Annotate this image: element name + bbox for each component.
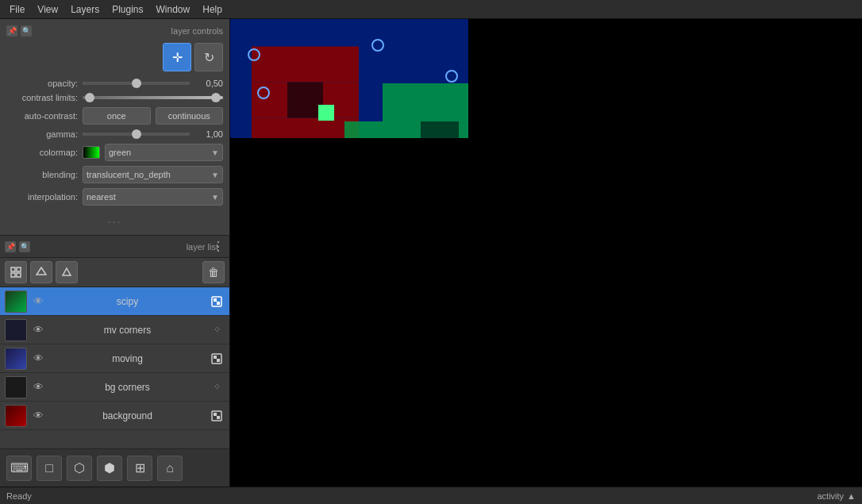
- layer-list-header: 📌 🔍 layer list ⋮: [0, 236, 229, 258]
- canvas-area[interactable]: [230, 19, 862, 487]
- svg-rect-2: [11, 273, 15, 277]
- menu-window[interactable]: Window: [150, 2, 197, 17]
- layer-thumb-bg-corners: [5, 376, 27, 398]
- gamma-value: 1,00: [194, 129, 223, 139]
- auto-contrast-once-btn[interactable]: once: [83, 107, 151, 125]
- home-btn[interactable]: ⌂: [157, 456, 183, 481]
- layer-name-bg-corners: bg corners: [49, 382, 206, 393]
- layer-eye-mv-corners[interactable]: 👁: [30, 322, 46, 338]
- layer-toolbar: 🗑: [0, 258, 229, 287]
- gamma-slider[interactable]: [83, 133, 190, 136]
- interpolation-value: nearest: [87, 192, 116, 202]
- layer-controls-section: 📌 🔍 layer controls ✛ ↻ opacity: 0,50: [0, 19, 229, 236]
- activity-btn[interactable]: activity ▲: [817, 491, 856, 501]
- layer-list-section: 📌 🔍 layer list ⋮: [0, 236, 229, 487]
- main-canvas[interactable]: [230, 19, 468, 138]
- layer-type-mv-corners: ⁘: [209, 322, 225, 338]
- svg-rect-1: [17, 267, 21, 271]
- layer-search-icon[interactable]: 🔍: [19, 241, 30, 252]
- gamma-thumb[interactable]: [132, 129, 141, 139]
- colormap-row: colormap: green ▼: [0, 141, 229, 164]
- layer-eye-background[interactable]: 👁: [30, 408, 46, 424]
- section-icons: 📌 🔍: [6, 25, 32, 37]
- blending-value: translucent_no_depth: [87, 170, 171, 179]
- menu-layers[interactable]: Layers: [64, 2, 106, 17]
- polygon-select-tool[interactable]: [30, 261, 52, 283]
- grid-btn[interactable]: ⊞: [127, 456, 152, 481]
- layer-name-mv-corners: mv corners: [49, 325, 206, 336]
- menu-view[interactable]: View: [31, 2, 64, 17]
- auto-contrast-row: auto-contrast: once continuous: [0, 105, 229, 127]
- layer-list-title: layer list: [187, 242, 218, 252]
- blending-dropdown-arrow: ▼: [211, 171, 219, 179]
- layer-type-moving: [209, 351, 225, 367]
- menu-file[interactable]: File: [3, 2, 31, 17]
- layer-eye-moving[interactable]: 👁: [30, 351, 46, 367]
- layer-item-background[interactable]: 👁 background: [0, 402, 229, 430]
- cube-btn[interactable]: ⬡: [67, 456, 92, 481]
- layer-eye-scipy[interactable]: 👁: [30, 294, 46, 310]
- rotate-transform-btn[interactable]: ↻: [194, 43, 223, 71]
- contrast-thumb-left[interactable]: [85, 93, 94, 102]
- layer-thumb-scipy: [5, 290, 27, 313]
- svg-marker-4: [37, 267, 46, 275]
- main-area: 📌 🔍 layer controls ✛ ↻ opacity: 0,50: [0, 19, 862, 487]
- menu-plugins[interactable]: Plugins: [106, 2, 149, 17]
- layer-pin-icon[interactable]: 📌: [5, 241, 16, 252]
- move-transform-btn[interactable]: ✛: [163, 43, 191, 71]
- layer-controls-title: layer controls: [171, 26, 223, 36]
- colormap-dropdown-arrow: ▼: [211, 148, 219, 157]
- opacity-slider[interactable]: [83, 82, 190, 85]
- opacity-thumb[interactable]: [132, 79, 141, 88]
- interpolation-dropdown-arrow: ▼: [211, 193, 219, 202]
- interpolation-select[interactable]: nearest ▼: [83, 188, 223, 206]
- blending-label: blending:: [6, 170, 78, 179]
- search-icon[interactable]: 🔍: [21, 25, 32, 37]
- delete-layer-btn[interactable]: 🗑: [202, 261, 225, 283]
- square-btn[interactable]: □: [37, 456, 62, 481]
- svg-rect-14: [217, 416, 220, 419]
- grid-select-tool[interactable]: [5, 261, 27, 283]
- colormap-select[interactable]: green ▼: [105, 144, 223, 161]
- cube-add-btn[interactable]: ⬢: [97, 456, 122, 481]
- layer-item-scipy[interactable]: 👁 scipy: [0, 287, 229, 316]
- pin-icon[interactable]: 📌: [6, 25, 17, 37]
- colormap-name: green: [109, 148, 131, 157]
- svg-rect-10: [214, 356, 217, 359]
- terminal-btn[interactable]: ⌨: [6, 456, 32, 481]
- left-panel: 📌 🔍 layer controls ✛ ↻ opacity: 0,50: [0, 19, 230, 487]
- layer-eye-bg-corners[interactable]: 👁: [30, 379, 46, 395]
- layer-type-bg-corners: ⁘: [209, 379, 225, 395]
- auto-contrast-continuous-btn[interactable]: continuous: [156, 107, 224, 125]
- activity-label: activity: [817, 491, 844, 501]
- menu-help[interactable]: Help: [196, 2, 229, 17]
- gamma-row: gamma: 1,00: [0, 127, 229, 141]
- menubar: File View Layers Plugins Window Help: [0, 0, 862, 19]
- bottom-toolbar: ⌨ □ ⬡ ⬢ ⊞ ⌂: [0, 448, 229, 487]
- status-bar: Ready activity ▲: [0, 487, 862, 504]
- opacity-label: opacity:: [6, 79, 78, 88]
- svg-rect-3: [17, 273, 21, 277]
- more-dots: ...: [0, 208, 229, 227]
- shape-tool[interactable]: [56, 261, 78, 283]
- colormap-swatch: [83, 146, 100, 159]
- layer-thumb-background: [5, 405, 27, 427]
- blending-select[interactable]: translucent_no_depth ▼: [83, 166, 223, 183]
- layer-thumb-moving: [5, 348, 27, 370]
- layer-controls-header: 📌 🔍 layer controls: [0, 24, 229, 41]
- layer-item-moving[interactable]: 👁 moving: [0, 344, 229, 373]
- layer-name-background: background: [49, 410, 206, 421]
- contrast-thumb-right[interactable]: [211, 93, 221, 102]
- svg-rect-0: [11, 267, 15, 271]
- contrast-label: contrast limits:: [6, 93, 78, 102]
- layer-list-icons: 📌 🔍: [5, 241, 30, 252]
- auto-contrast-label: auto-contrast:: [6, 111, 78, 121]
- layer-name-moving: moving: [49, 353, 206, 364]
- layer-type-scipy: [209, 294, 225, 310]
- contrast-slider[interactable]: [83, 96, 223, 99]
- opacity-value: 0,50: [194, 79, 223, 88]
- transform-buttons: ✛ ↻: [0, 41, 229, 76]
- layer-item-bg-corners[interactable]: 👁 bg corners ⁘: [0, 373, 229, 402]
- opacity-row: opacity: 0,50: [0, 76, 229, 90]
- layer-item-mv-corners[interactable]: 👁 mv corners ⁘: [0, 316, 229, 344]
